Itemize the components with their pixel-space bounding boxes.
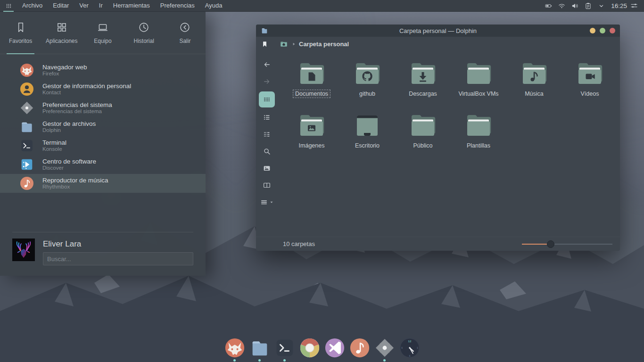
titlebar[interactable]: Carpeta personal — Dolphin [256,25,620,37]
tab-icon [179,21,191,33]
dock-item[interactable] [374,337,396,362]
launcher-tab[interactable]: Historial [124,12,165,54]
folder-item[interactable]: Descargas [395,58,451,109]
app-list-item[interactable]: Centro de software Discover [0,155,206,174]
tray-icon[interactable] [545,2,553,10]
dock-item[interactable] [224,337,246,362]
menu-item[interactable]: Archivo [17,0,48,11]
folder-item[interactable]: Documentos [284,58,339,109]
menu-item[interactable]: Ir [94,0,108,11]
folder-item[interactable]: Plantillas [451,109,506,161]
menu-item[interactable]: Herramientas [108,0,155,11]
app-title: Terminal [42,139,66,147]
menu-item[interactable]: Ayuda [200,0,228,11]
menu-item[interactable]: Ver [74,0,94,11]
app-list-item[interactable]: Gestor de información personal Kontact [0,80,206,99]
running-indicator [258,359,261,362]
folder-icon [408,109,438,140]
folder-icon [463,109,494,140]
launcher-grid-icon [5,2,12,9]
folder-item[interactable]: Imágenes [284,109,339,161]
app-list-item[interactable]: Preferencias del sistema Preferencias de… [0,99,206,117]
launcher-tab[interactable]: Salir [165,12,206,54]
search-input[interactable] [43,252,193,265]
dock-app-icon [399,337,421,359]
launcher-tab[interactable]: Favoritos [0,12,41,54]
folder-item[interactable]: VirtualBox VMs [451,58,506,109]
avatar[interactable] [12,239,35,261]
zoom-slider[interactable] [522,237,612,251]
app-icon [19,157,34,172]
dock-item[interactable] [299,337,321,362]
toolbar-button[interactable] [260,74,274,89]
location-bar: Carpeta personal [256,37,620,51]
app-icon [19,119,34,134]
minimize-button[interactable] [590,28,595,33]
dock-app-icon [224,337,246,359]
global-menubar: Archivo Editar Ver Ir Herramientas Prefe… [0,0,644,12]
folder-label: Vídeos [578,90,602,98]
dock-item[interactable] [324,337,346,362]
toolbar-button[interactable] [257,195,277,209]
dock-app-icon [249,337,271,359]
toolbar-button[interactable] [260,144,274,158]
launcher-tab[interactable]: Equipo [82,12,123,54]
breadcrumb[interactable]: Carpeta personal [280,40,349,48]
running-indicator [383,359,386,362]
sliders-icon[interactable] [630,0,640,11]
clock[interactable]: 16:25 [611,2,627,9]
dock-item[interactable] [274,337,296,362]
folder-item[interactable]: Vídeos [562,58,618,109]
user-name: Eliver Lara [43,239,193,249]
app-list-item[interactable]: Gestor de archivos Dolphin [0,117,206,136]
folder-label: Música [522,90,546,98]
folder-item[interactable]: Música [506,58,562,109]
dock-app-icon [374,337,396,359]
dock-item[interactable] [399,337,421,362]
app-launcher-button[interactable] [0,0,17,12]
tab-label: Equipo [94,38,111,44]
tab-icon [15,21,27,33]
app-title: Reproductor de música [42,177,108,184]
bookmark-icon[interactable] [261,41,268,48]
folder-icon [463,58,494,88]
dock-item[interactable] [249,337,271,362]
app-icon [19,82,34,97]
toolbar-button[interactable] [259,91,275,107]
desktop: 12 3 6 9 [0,0,644,362]
toolbar-button[interactable] [260,178,274,192]
app-list-item[interactable]: Reproductor de música Rhythmbox [0,174,206,193]
toolbar-button[interactable] [260,110,274,124]
folder-icon [352,58,382,88]
tab-label: Historial [134,38,154,44]
folder-item[interactable]: Público [395,109,451,161]
tray-icon[interactable] [571,2,579,10]
tray-icon[interactable] [584,2,592,10]
folder-item[interactable]: Escritorio [339,109,395,161]
zoom-slider-handle[interactable] [547,240,554,248]
app-list-item[interactable]: Navegador web Firefox [0,61,206,80]
toolbar-button[interactable] [260,161,274,175]
app-subtitle: Dolphin [42,127,96,133]
launcher-tab[interactable]: Aplicaciones [41,12,82,54]
app-title: Preferencias del sistema [42,101,112,109]
folder-item[interactable]: github [339,58,395,109]
dock-app-icon [274,337,296,359]
app-title: Navegador web [42,64,87,71]
caret-down-icon [269,200,274,205]
close-button[interactable] [610,28,615,33]
menu-item[interactable]: Editar [48,0,74,11]
app-subtitle: Kontact [42,90,131,96]
folder-icon [297,58,327,88]
folder-icon [575,58,605,88]
menu-item[interactable]: Preferencias [155,0,200,11]
tray-icon[interactable] [597,2,605,10]
folder-icon [352,109,382,140]
breadcrumb-arrow-icon [291,41,297,47]
tray-icon[interactable] [558,2,566,10]
app-list-item[interactable]: Terminal Konsole [0,136,206,155]
maximize-button[interactable] [600,28,605,33]
dock-item[interactable] [349,337,371,362]
toolbar-button[interactable] [260,58,274,72]
toolbar-button[interactable] [260,127,274,141]
